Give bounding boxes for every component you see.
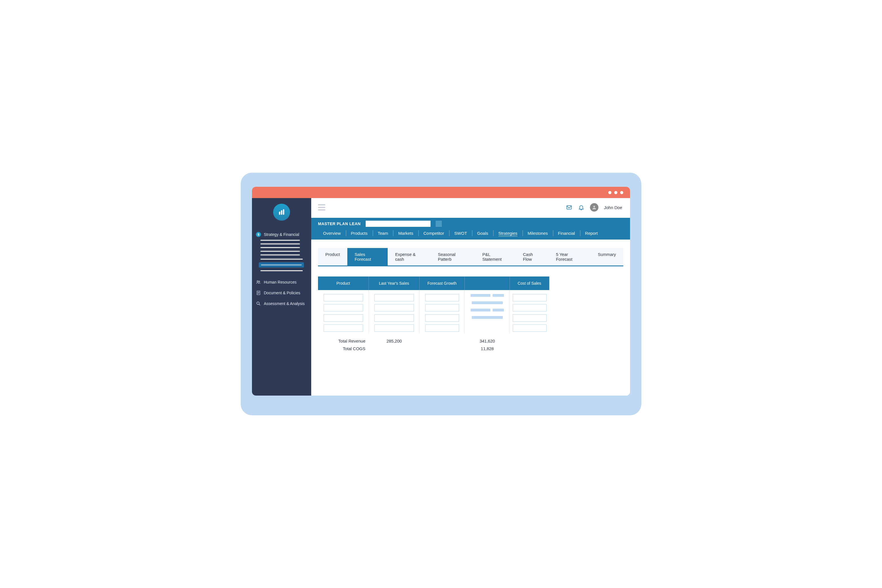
topbar: John Doe [311,198,630,218]
window-control-dot[interactable] [614,191,617,194]
secondary-tabs: ProductSales ForecastExpense & cashSeaso… [318,248,623,266]
sidebar-placeholder-line [260,240,300,241]
last-year-sales-input[interactable] [374,324,414,332]
search-icon [256,301,261,306]
cost-of-sales-input[interactable] [513,324,546,332]
tab-competitor[interactable]: Competitor [418,230,449,237]
plan-title: MASTER PLAN LEAN [318,222,361,226]
svg-rect-1 [281,210,282,215]
tab-overview[interactable]: Overview [318,230,346,237]
forecast-table: Product Last Year's Sales Forecast Growt… [311,266,630,358]
svg-point-9 [257,302,259,304]
subtab-cash-flow[interactable]: Cash Flow [516,248,549,266]
subtab-product[interactable]: Product [318,248,347,266]
svg-rect-0 [279,212,280,215]
product-input[interactable] [324,324,363,332]
device-frame: $ Strategy & Financial [241,172,641,416]
forecast-growth-input[interactable] [425,294,459,302]
avatar[interactable] [590,203,598,212]
sidebar: $ Strategy & Financial [252,198,311,396]
total-revenue-label: Total Revenue [318,339,369,344]
slider-placeholder[interactable] [471,294,490,297]
product-input[interactable] [324,314,363,322]
sidebar-placeholder-line [260,259,303,260]
bell-icon[interactable] [578,204,584,210]
plan-action-button[interactable] [436,220,442,227]
tab-team[interactable]: Team [373,230,393,237]
sidebar-placeholder-line [260,255,300,255]
cost-of-sales-input[interactable] [513,304,546,312]
total-cogs-label: Total COGS [318,346,369,351]
total-revenue-forecast: 341,620 [465,339,510,344]
cost-of-sales-input[interactable] [513,314,546,322]
total-cogs-value: 11,828 [465,346,510,351]
sidebar-item-label: Human Resources [264,280,297,284]
app-window: $ Strategy & Financial [252,187,630,396]
tab-report[interactable]: Report [580,230,603,237]
sidebar-item-label: Assessment & Analysis [264,302,305,306]
app-logo [273,204,290,220]
product-input[interactable] [324,294,363,302]
last-year-sales-input[interactable] [374,304,414,312]
plan-name-input[interactable] [366,220,430,227]
forecast-growth-input[interactable] [425,314,459,322]
tab-markets[interactable]: Markets [393,230,418,237]
sidebar-sublines [252,240,311,257]
tab-financial[interactable]: Financial [553,230,580,237]
slider-placeholder[interactable] [493,309,504,312]
sidebar-placeholder-line [260,243,300,244]
window-titlebar [252,187,630,198]
subtab-5-year-forecast[interactable]: 5 Year Forecast [549,248,590,266]
plan-header: MASTER PLAN LEAN OverviewProductsTeamMar… [311,218,630,240]
product-input[interactable] [324,304,363,312]
last-year-sales-input[interactable] [374,314,414,322]
th-forecast-growth: Forecast Growth [420,276,465,290]
sidebar-placeholder-line [260,251,300,252]
slider-placeholder[interactable] [471,309,490,312]
svg-rect-2 [283,209,284,215]
sidebar-item-label: Document & Policies [264,291,300,295]
sidebar-placeholder-line [260,270,303,271]
subtab-expense-cash[interactable]: Expense & cash [388,248,430,266]
svg-line-10 [259,304,260,305]
th-cost-of-sales: Cost of Sales [510,276,549,290]
window-control-dot[interactable] [608,191,611,194]
sidebar-item-human-resources[interactable]: Human Resources [252,277,311,288]
mail-icon[interactable] [566,204,573,210]
th-product: Product [318,276,369,290]
last-year-sales-input[interactable] [374,294,414,302]
slider-placeholder[interactable] [472,316,503,319]
sidebar-item-document-policies[interactable]: Document & Policies [252,288,311,298]
menu-toggle-button[interactable] [318,204,326,210]
sidebar-item-strategy-financial[interactable]: $ Strategy & Financial [252,229,311,240]
subtab-summary[interactable]: Summary [591,248,623,266]
dollar-circle-icon: $ [256,232,261,237]
subtab-sales-forecast[interactable]: Sales Forecast [347,248,388,266]
cost-of-sales-input[interactable] [513,294,546,302]
th-blank [465,276,510,290]
forecast-growth-input[interactable] [425,304,459,312]
subtab-p-l-statement[interactable]: P&L Statement [475,248,516,266]
subtab-seasonal-patterb[interactable]: Seasonal Patterb [430,248,475,266]
svg-point-12 [593,206,595,207]
logo-bars-icon [278,208,285,216]
th-last-year-sales: Last Year's Sales [369,276,420,290]
tab-strategies[interactable]: Strategies [493,230,522,237]
slider-placeholder[interactable] [472,302,503,304]
document-icon [256,290,261,296]
tab-goals[interactable]: Goals [472,230,493,237]
slider-placeholder[interactable] [493,294,504,297]
forecast-growth-input[interactable] [425,324,459,332]
sidebar-sublines [252,259,311,273]
primary-tabs: OverviewProductsTeamMarketsCompetitorSWO… [311,228,630,240]
user-name: John Doe [604,205,622,210]
tab-swot[interactable]: SWOT [449,230,472,237]
window-control-dot[interactable] [620,191,623,194]
sidebar-active-subitem[interactable] [259,262,304,267]
svg-rect-11 [567,206,572,209]
sidebar-item-assessment-analysis[interactable]: Assessment & Analysis [252,298,311,309]
svg-point-3 [257,281,258,282]
tab-products[interactable]: Products [346,230,373,237]
total-revenue-last-year: 285,200 [369,339,420,344]
tab-milestones[interactable]: Milestones [522,230,553,237]
